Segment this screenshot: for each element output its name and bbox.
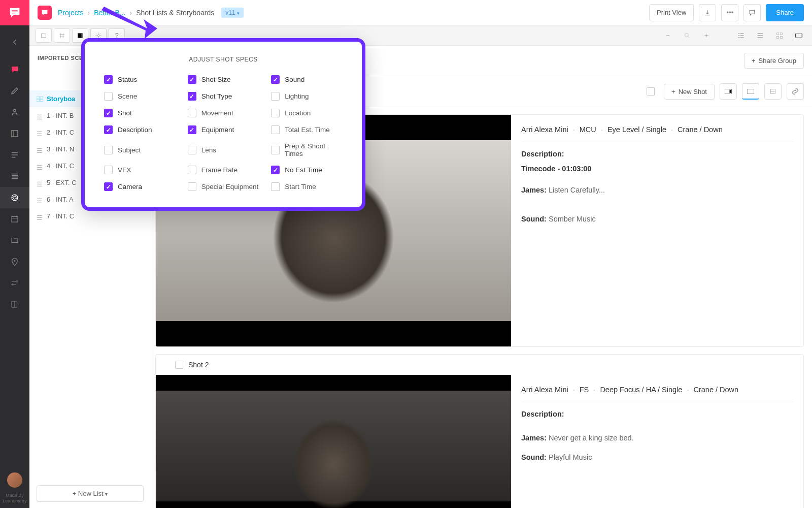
breadcrumb-projects[interactable]: Projects [58, 9, 84, 17]
svg-rect-11 [780, 36, 782, 38]
spec-item[interactable]: Shot Type [188, 92, 259, 101]
user-avatar[interactable] [7, 472, 22, 488]
pencil-icon[interactable] [0, 80, 29, 102]
spec-item[interactable]: Prep & Shoot Times [271, 142, 343, 157]
spec-checkbox[interactable] [104, 109, 113, 117]
shot-meta: Arri Alexa Mini · MCU · Eye Level / Sing… [511, 115, 803, 346]
layout-icon[interactable] [764, 83, 782, 100]
spec-item[interactable]: Special Equipment [188, 182, 259, 191]
spec-checkbox[interactable] [188, 109, 196, 117]
camera-icon[interactable] [720, 83, 737, 100]
spec-checkbox[interactable] [104, 182, 113, 191]
spec-checkbox[interactable] [271, 125, 280, 134]
spec-item[interactable]: Subject [104, 142, 176, 157]
zoom-in-icon[interactable]: + [699, 29, 714, 42]
spec-checkbox[interactable] [271, 92, 280, 101]
spec-item[interactable]: Equipment [188, 125, 259, 134]
shot-title: Shot 2 [188, 361, 209, 369]
spec-checkbox[interactable] [104, 75, 113, 84]
adjust-specs-popup: ADJUST SHOT SPECS StatusShot SizeSoundSc… [81, 38, 365, 211]
spec-checkbox[interactable] [271, 182, 280, 191]
zoom-icon[interactable] [680, 29, 694, 42]
spec-checkbox[interactable] [188, 75, 196, 84]
svg-rect-10 [777, 36, 779, 38]
spec-checkbox[interactable] [188, 125, 196, 134]
calendar-icon[interactable] [0, 208, 29, 230]
location-icon[interactable] [0, 251, 29, 272]
spec-item[interactable]: Frame Rate [188, 166, 259, 174]
svg-rect-14 [40, 97, 43, 99]
select-all-checkbox[interactable] [647, 87, 655, 96]
spec-label: Status [118, 76, 137, 83]
spec-item[interactable]: Movement [188, 109, 259, 117]
spec-item[interactable]: Description [104, 125, 176, 134]
rows-icon[interactable] [0, 166, 29, 187]
spec-label: No Est Time [285, 166, 322, 174]
project-icon[interactable] [38, 6, 52, 20]
folder-icon[interactable] [0, 230, 29, 251]
spec-item[interactable]: Shot Size [188, 75, 259, 84]
spec-checkbox[interactable] [104, 92, 113, 101]
app-logo[interactable] [0, 0, 29, 25]
chat-icon[interactable] [0, 59, 29, 80]
download-icon[interactable] [699, 4, 716, 21]
spec-item[interactable]: VFX [104, 166, 176, 174]
view-storyboard-icon[interactable] [792, 29, 806, 42]
comment-icon[interactable] [743, 4, 761, 21]
spec-checkbox[interactable] [188, 166, 196, 174]
list-icon[interactable] [0, 144, 29, 166]
left-sidebar: Made ByLeanometry [0, 0, 29, 508]
spec-checkbox[interactable] [271, 75, 280, 84]
spec-item[interactable]: Start Time [271, 182, 343, 191]
aperture-icon[interactable] [0, 187, 29, 208]
spec-item[interactable]: Lighting [271, 92, 343, 101]
settings-icon[interactable] [0, 272, 29, 294]
book-icon[interactable] [0, 294, 29, 315]
spec-checkbox[interactable] [271, 166, 280, 174]
frame-icon[interactable] [742, 83, 759, 100]
zoom-out-icon[interactable]: − [661, 29, 675, 42]
shot-card: Shot 2 Arri Alexa Mini · FS · Deep Focus… [155, 354, 804, 508]
spec-checkbox[interactable] [271, 146, 279, 154]
view-grid-icon[interactable] [772, 29, 787, 42]
spec-item[interactable]: Sound [271, 75, 343, 84]
new-list-button[interactable]: + New List ▾ [37, 485, 144, 502]
people-icon[interactable] [0, 102, 29, 123]
svg-rect-18 [747, 89, 754, 93]
spec-checkbox[interactable] [188, 92, 196, 101]
spec-item[interactable]: Location [271, 109, 343, 117]
version-badge[interactable]: v11 ▾ [221, 8, 244, 18]
spec-item[interactable]: Lens [188, 142, 259, 157]
spec-item[interactable]: Camera [104, 182, 176, 191]
spec-label: Shot Type [201, 92, 232, 100]
spec-item[interactable]: Shot [104, 109, 176, 117]
svg-rect-8 [777, 33, 779, 35]
svg-rect-5 [41, 34, 46, 37]
spec-checkbox[interactable] [104, 146, 113, 154]
view-list-icon[interactable] [734, 29, 748, 42]
spec-checkbox[interactable] [271, 109, 280, 117]
spec-item[interactable]: Total Est. Time [271, 125, 343, 134]
view-rows-icon[interactable] [753, 29, 767, 42]
columns-icon[interactable] [0, 123, 29, 144]
share-button[interactable]: Share [766, 4, 804, 21]
back-icon[interactable] [0, 31, 29, 53]
shot-thumbnail[interactable] [156, 375, 511, 508]
spec-item[interactable]: Status [104, 75, 176, 84]
tool-frame-icon[interactable] [36, 28, 52, 43]
spec-checkbox[interactable] [104, 166, 113, 174]
tool-grid-icon[interactable] [54, 28, 70, 43]
more-icon[interactable]: ••• [721, 4, 738, 21]
spec-checkbox[interactable] [188, 146, 196, 154]
spec-checkbox[interactable] [104, 125, 113, 134]
shot-checkbox[interactable] [175, 361, 183, 369]
spec-item[interactable]: No Est Time [271, 166, 343, 174]
share-group-button[interactable]: + Share Group [744, 53, 804, 69]
spec-item[interactable]: Scene [104, 92, 176, 101]
svg-rect-16 [40, 99, 43, 101]
print-view-button[interactable]: Print View [649, 4, 694, 21]
new-shot-button[interactable]: + New Shot [664, 84, 715, 100]
spec-checkbox[interactable] [188, 182, 196, 191]
link-icon[interactable] [787, 83, 804, 100]
popup-container: ADJUST SHOT SPECS StatusShot SizeSoundSc… [81, 38, 365, 211]
